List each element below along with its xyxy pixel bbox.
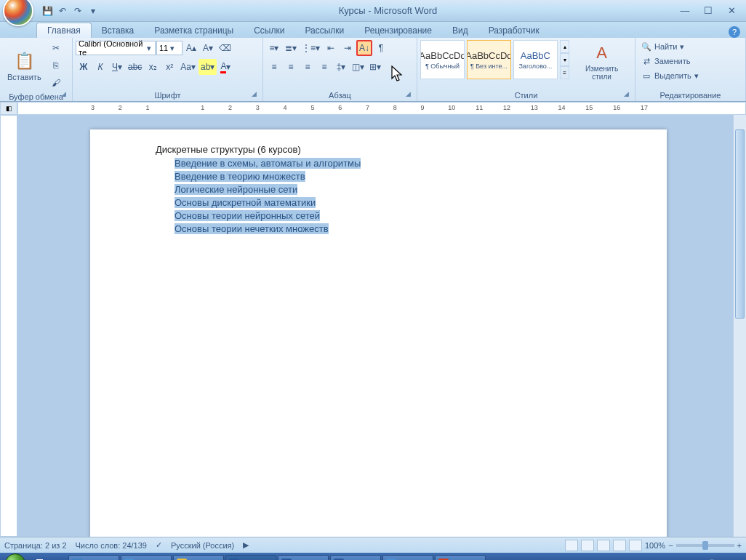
task-spole[interactable]: spole...	[121, 555, 172, 560]
doc-line-1[interactable]: Введение в схемы, автоматы и алгоритмы	[175, 158, 361, 169]
indent-increase-icon[interactable]: ⇥	[340, 40, 356, 56]
zoom-in-icon[interactable]: +	[737, 541, 742, 550]
tab-view[interactable]: Вид	[442, 23, 478, 38]
style-no-spacing[interactable]: AaBbCcDd ¶ Без инте...	[467, 40, 511, 79]
save-icon[interactable]: 💾	[41, 4, 54, 17]
tab-developer[interactable]: Разработчик	[478, 23, 550, 38]
zoom-out-icon[interactable]: −	[668, 541, 673, 550]
justify-icon[interactable]: ≡	[316, 59, 332, 75]
bullets-icon[interactable]: ≡▾	[266, 40, 282, 56]
show-marks-icon[interactable]: ¶	[373, 40, 389, 56]
paste-button[interactable]: 📋 Вставить	[3, 40, 46, 91]
help-icon[interactable]: ?	[729, 26, 740, 38]
style-heading1[interactable]: AaBbC Заголово...	[513, 40, 558, 79]
minimize-button[interactable]: —	[676, 4, 694, 17]
task-doku[interactable]: Доку...	[330, 555, 381, 560]
italic-icon[interactable]: К	[92, 59, 108, 75]
change-case-icon[interactable]: Aa▾	[178, 59, 198, 75]
cut-icon[interactable]: ✂	[48, 40, 64, 56]
grow-font-icon[interactable]: A▴	[183, 40, 199, 56]
subscript-icon[interactable]: x₂	[145, 59, 161, 75]
doc-line-6[interactable]: Основы теории нечетких множеств	[175, 223, 329, 234]
tab-insert[interactable]: Вставка	[92, 23, 145, 38]
maximize-button[interactable]: ☐	[699, 4, 717, 17]
font-name-combo[interactable]: Calibri (Основной те▾	[76, 41, 156, 55]
view-web[interactable]	[597, 540, 610, 551]
font-dialog-launcher[interactable]: ◢	[252, 90, 260, 99]
view-draft[interactable]	[629, 540, 642, 551]
doc-line-4[interactable]: Основы дискретной математики	[175, 197, 316, 208]
borders-icon[interactable]: ⊞▾	[367, 59, 383, 75]
change-styles-button[interactable]: A Изменить стили	[571, 40, 632, 82]
task-nezh[interactable]: Неж...	[382, 555, 433, 560]
font-size-combo[interactable]: 11▾	[156, 41, 183, 55]
format-painter-icon[interactable]: 🖌	[48, 75, 64, 91]
tab-home[interactable]: Главная	[36, 23, 92, 38]
vertical-ruler[interactable]	[0, 115, 17, 537]
close-button[interactable]: ✕	[723, 4, 740, 17]
doc-line-2[interactable]: Введение в теорию множеств	[175, 171, 305, 182]
horizontal-ruler[interactable]: 3 2 1 1 2 3 4 5 6 7 8 9 10 11 12 13 14 1…	[17, 102, 746, 115]
task-lekc1[interactable]: Лекц...	[173, 555, 224, 560]
ql-player-icon[interactable]: ▶	[49, 555, 67, 560]
zoom-value[interactable]: 100%	[645, 541, 665, 550]
style-next-icon[interactable]: ▾	[560, 53, 569, 66]
styles-dialog-launcher[interactable]: ◢	[624, 90, 633, 99]
shrink-font-icon[interactable]: A▾	[200, 40, 216, 56]
task-kurs[interactable]: Курс...	[225, 555, 276, 560]
status-words[interactable]: Число слов: 24/139	[76, 541, 147, 550]
replace-button[interactable]: ⇄Заменить	[638, 55, 742, 68]
document-page[interactable]: Дискретные структуры (6 курсов) Введение…	[90, 129, 667, 537]
task-lekc2[interactable]: Лекц...	[278, 555, 329, 560]
zoom-slider[interactable]	[676, 544, 734, 547]
indent-decrease-icon[interactable]: ⇤	[323, 40, 339, 56]
task-micr[interactable]: Micr...	[435, 555, 486, 560]
doc-line-3[interactable]: Логические нейронные сети	[175, 184, 297, 195]
style-more-icon[interactable]: ≡	[560, 66, 569, 79]
vertical-scrollbar[interactable]	[733, 115, 746, 537]
font-color-icon[interactable]: A▾	[217, 59, 233, 75]
align-center-icon[interactable]: ≡	[283, 59, 299, 75]
multilevel-icon[interactable]: ⋮≡▾	[300, 40, 322, 56]
shading-icon[interactable]: ◫▾	[350, 59, 366, 75]
numbering-icon[interactable]: ≣▾	[283, 40, 299, 56]
strike-icon[interactable]: abc	[126, 59, 144, 75]
bold-icon[interactable]: Ж	[76, 59, 92, 75]
align-right-icon[interactable]: ≡	[300, 59, 316, 75]
paragraph-dialog-launcher[interactable]: ◢	[406, 90, 414, 99]
superscript-icon[interactable]: x²	[161, 59, 177, 75]
scroll-thumb[interactable]	[735, 129, 745, 319]
underline-icon[interactable]: Ч▾	[109, 59, 125, 75]
undo-icon[interactable]: ↶	[56, 4, 69, 17]
task-search[interactable]: Поиск	[68, 555, 119, 560]
clipboard-dialog-launcher[interactable]: ◢	[61, 90, 70, 99]
line-spacing-icon[interactable]: ‡▾	[333, 59, 349, 75]
qat-dropdown-icon[interactable]: ▾	[87, 4, 100, 17]
ruler-corner[interactable]: ◧	[0, 102, 17, 115]
status-language[interactable]: Русский (Россия)	[171, 541, 234, 550]
sort-icon[interactable]: A↓	[356, 40, 372, 56]
copy-icon[interactable]: ⎘	[48, 57, 64, 73]
find-button[interactable]: 🔍Найти▾	[638, 40, 742, 53]
zoom-thumb[interactable]	[702, 541, 708, 550]
status-macro-icon[interactable]: ▶	[243, 540, 249, 550]
style-prev-icon[interactable]: ▴	[560, 40, 569, 53]
tab-review[interactable]: Рецензирование	[354, 23, 442, 38]
start-button[interactable]	[1, 553, 29, 560]
ql-explorer-icon[interactable]: 🖥	[31, 555, 48, 560]
redo-icon[interactable]: ↷	[71, 4, 84, 17]
tab-references[interactable]: Ссылки	[244, 23, 294, 38]
doc-line-5[interactable]: Основы теории нейронных сетей	[175, 210, 320, 221]
style-normal[interactable]: AaBbCcDd ¶ Обычный	[420, 40, 465, 79]
status-page[interactable]: Страница: 2 из 2	[4, 541, 67, 550]
select-button[interactable]: ▭Выделить▾	[638, 69, 742, 82]
view-outline[interactable]	[613, 540, 626, 551]
status-proof-icon[interactable]: ✓	[156, 540, 162, 550]
tab-mailings[interactable]: Рассылки	[294, 23, 354, 38]
tab-layout[interactable]: Разметка страницы	[144, 23, 244, 38]
document-scroll[interactable]: Дискретные структуры (6 курсов) Введение…	[17, 115, 746, 537]
highlight-icon[interactable]: ab▾	[198, 59, 217, 75]
clear-format-icon[interactable]: ⌫	[217, 40, 233, 56]
view-print-layout[interactable]	[565, 540, 578, 551]
align-left-icon[interactable]: ≡	[266, 59, 282, 75]
